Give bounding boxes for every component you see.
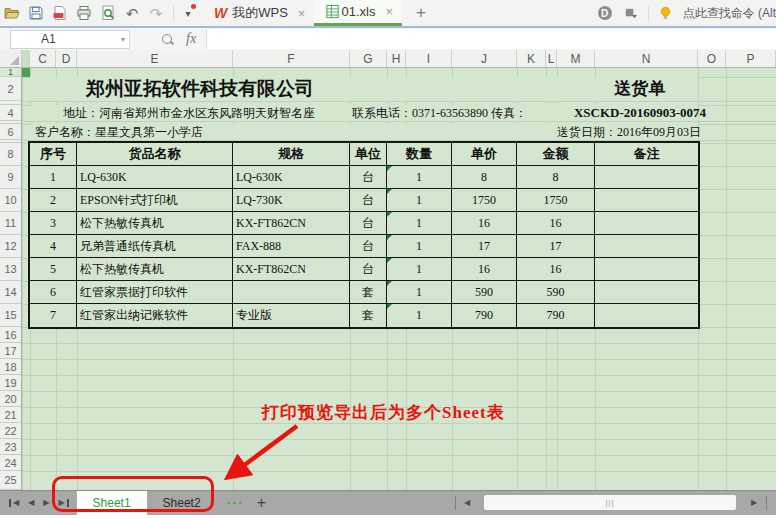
cell-qty[interactable]: 1 xyxy=(387,304,452,327)
tab-01-xls[interactable]: 01.xls × xyxy=(314,0,402,26)
find-command-hint[interactable]: 点此查找命令 (Alt xyxy=(683,5,776,22)
row-header-6[interactable]: 6 xyxy=(0,124,21,140)
first-sheet-icon[interactable]: ◀ xyxy=(9,499,19,507)
header-spec[interactable]: 规格 xyxy=(233,143,350,166)
cell-product-name[interactable]: 红管家出纳记账软件 xyxy=(77,304,233,327)
column-header-b[interactable] xyxy=(22,50,30,67)
row-header-12[interactable]: 12 xyxy=(0,235,21,258)
cell-qty[interactable]: 1 xyxy=(387,258,452,281)
cell-spec[interactable] xyxy=(233,281,350,304)
cell-remark[interactable] xyxy=(595,212,698,235)
cell-product-name[interactable]: EPSON针式打印机 xyxy=(77,189,233,212)
cell-serial[interactable]: 7 xyxy=(30,304,77,327)
docer-icon[interactable]: D xyxy=(598,6,612,20)
cell-remark[interactable] xyxy=(595,304,698,327)
row-header-22[interactable]: 22 xyxy=(0,423,21,439)
column-header-m[interactable]: M xyxy=(557,50,595,67)
cell-product-name[interactable]: 红管家票据打印软件 xyxy=(77,281,233,304)
add-sheet-button[interactable]: + xyxy=(257,494,266,512)
column-header-k[interactable]: K xyxy=(517,50,546,67)
cell-product-name[interactable]: LQ-630K xyxy=(77,166,233,189)
cell-spec[interactable]: KX-FT862CN xyxy=(233,212,350,235)
cell-unit-price[interactable]: 790 xyxy=(452,304,517,327)
row-header-25[interactable]: 25 xyxy=(0,471,21,490)
order-number-cell[interactable]: XSCKD-20160903-0074 xyxy=(560,105,720,121)
row-header-2[interactable]: 2 xyxy=(0,77,21,101)
cell-unit[interactable]: 台 xyxy=(350,166,387,189)
cell-unit-price[interactable]: 590 xyxy=(452,281,517,304)
cell-qty[interactable]: 1 xyxy=(387,212,452,235)
cell-amount[interactable]: 1750 xyxy=(517,189,595,212)
cell-serial[interactable]: 5 xyxy=(30,258,77,281)
sheet-list-icon[interactable]: ··· xyxy=(227,496,245,510)
row-header-9[interactable]: 9 xyxy=(0,166,21,189)
cell-unit-price[interactable]: 1750 xyxy=(452,189,517,212)
cell-product-name[interactable]: 松下热敏传真机 xyxy=(77,212,233,235)
cell-spec[interactable]: LQ-630K xyxy=(233,166,350,189)
cell-qty[interactable]: 1 xyxy=(387,281,452,304)
column-header-o[interactable]: O xyxy=(698,50,726,67)
cell-unit[interactable]: 台 xyxy=(350,189,387,212)
cell-amount[interactable]: 8 xyxy=(517,166,595,189)
company-name-cell[interactable]: 郑州亚拓软件科技有限公司 xyxy=(30,77,370,101)
customer-cell[interactable]: 客户名称：星星文具第一小学店 xyxy=(35,124,203,140)
cell-product-name[interactable]: 松下热敏传真机 xyxy=(77,258,233,281)
cell-unit[interactable]: 套 xyxy=(350,304,387,327)
cell-unit-price[interactable]: 16 xyxy=(452,212,517,235)
cell-spec[interactable]: KX-FT862CN xyxy=(233,258,350,281)
cell-amount[interactable]: 790 xyxy=(517,304,595,327)
column-header-d[interactable]: D xyxy=(56,50,77,67)
row-header-4[interactable]: 4 xyxy=(0,105,21,121)
cell-remark[interactable] xyxy=(595,281,698,304)
row-header-20[interactable]: 20 xyxy=(0,391,21,407)
name-box[interactable]: A1 ▾ xyxy=(10,30,130,49)
cell-unit-price[interactable]: 16 xyxy=(452,258,517,281)
row-header-23[interactable]: 23 xyxy=(0,439,21,455)
horizontal-scrollbar-thumb[interactable]: ||| xyxy=(484,495,736,510)
chevron-down-icon[interactable]: ▾ xyxy=(121,35,125,44)
search-icon[interactable] xyxy=(162,34,172,44)
row-header-11[interactable]: 11 xyxy=(0,212,21,235)
column-header-n[interactable]: N xyxy=(595,50,698,67)
form-title-cell[interactable]: 送货单 xyxy=(560,77,720,101)
customize-toolbar-icon[interactable]: ▾ xyxy=(179,2,197,24)
cell-serial[interactable]: 3 xyxy=(30,212,77,235)
header-serial[interactable]: 序号 xyxy=(30,143,77,166)
cell-remark[interactable] xyxy=(595,189,698,212)
cell-spec[interactable]: LQ-730K xyxy=(233,189,350,212)
cell-remark[interactable] xyxy=(595,235,698,258)
cell-product-name[interactable]: 兄弟普通纸传真机 xyxy=(77,235,233,258)
cell-amount[interactable]: 16 xyxy=(517,258,595,281)
cell-unit[interactable]: 台 xyxy=(350,212,387,235)
column-header-j[interactable]: J xyxy=(452,50,517,67)
new-tab-button[interactable]: + xyxy=(416,3,426,23)
delivery-date-cell[interactable]: 送货日期：2016年09月03日 xyxy=(557,124,701,140)
header-remark[interactable]: 备注 xyxy=(595,143,698,166)
cell-unit[interactable]: 台 xyxy=(350,258,387,281)
open-folder-icon[interactable] xyxy=(0,2,24,24)
undo-icon[interactable]: ↶ xyxy=(120,2,144,24)
row-header-13[interactable]: 13 xyxy=(0,258,21,281)
cell-qty[interactable]: 1 xyxy=(387,189,452,212)
cell-serial[interactable]: 4 xyxy=(30,235,77,258)
row-header-21[interactable]: 21 xyxy=(0,407,21,423)
cell-serial[interactable]: 2 xyxy=(30,189,77,212)
contact-cell[interactable]: 联系电话：0371-63563890 传真： xyxy=(352,105,527,121)
column-header-p[interactable]: P xyxy=(726,50,776,67)
cell-spec[interactable]: 专业版 xyxy=(233,304,350,327)
cell-amount[interactable]: 590 xyxy=(517,281,595,304)
formula-input[interactable] xyxy=(206,29,776,49)
row-header-18[interactable]: 18 xyxy=(0,359,21,375)
cell-unit-price[interactable]: 8 xyxy=(452,166,517,189)
fx-icon[interactable]: fx xyxy=(186,31,196,47)
column-header-g[interactable]: G xyxy=(350,50,387,67)
header-unit[interactable]: 单位 xyxy=(350,143,387,166)
address-cell[interactable]: 地址：河南省郑州市金水区东风路明天财智名座 xyxy=(63,105,315,121)
next-sheet-icon[interactable]: ▶ xyxy=(43,499,49,507)
cell-amount[interactable]: 17 xyxy=(517,235,595,258)
row-header-10[interactable]: 10 xyxy=(0,189,21,212)
cell-unit-price[interactable]: 17 xyxy=(452,235,517,258)
row-header-1[interactable]: 1 xyxy=(0,68,21,77)
header-product-name[interactable]: 货品名称 xyxy=(77,143,233,166)
header-qty[interactable]: 数量 xyxy=(387,143,452,166)
